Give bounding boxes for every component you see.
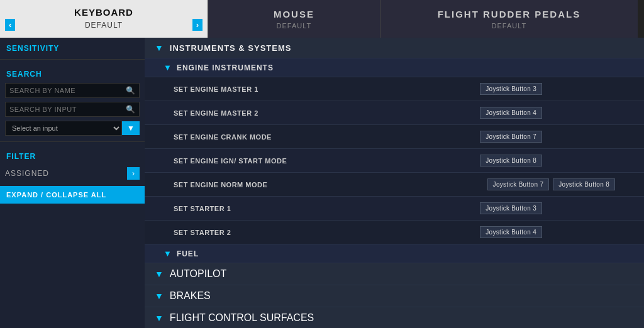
assigned-row: ASSIGNED › [5,167,140,180]
binding-buttons-engine-norm: Joystick Button 7 Joystick Button 8 [487,178,615,190]
tab-mouse[interactable]: MOUSE DEFAULT [208,0,380,38]
binding-name-engine-crank: SET ENGINE CRANK MODE [174,133,480,141]
mouse-tab-title: MOUSE [274,9,314,19]
subsection-engine-instruments[interactable]: ▼ ENGINE INSTRUMENTS [145,58,644,77]
binding-buttons-engine-crank: Joystick Button 7 [480,130,615,144]
divider-1 [0,59,145,60]
search-by-name-input-container: 🔍 [5,83,140,98]
engine-instruments-title: ENGINE INSTRUMENTS [177,63,274,72]
binding-name-engine-ign: SET ENGINE IGN/ START MODE [174,157,480,165]
search-by-input-input[interactable] [6,103,122,116]
engine-instruments-chevron: ▼ [164,63,172,72]
binding-secondary-empty-engine-master-1 [546,82,615,96]
binding-buttons-engine-master-1: Joystick Button 3 [480,82,615,96]
fcs-chevron: ▼ [155,313,164,323]
binding-primary-engine-master-2[interactable]: Joystick Button 4 [480,107,542,119]
autopilot-chevron: ▼ [155,269,164,279]
keyboard-tab-subtitle-row: ‹ DEFAULT › [0,18,208,31]
tab-extra [638,0,644,38]
section-autopilot[interactable]: ▼ AUTOPILOT [145,263,644,285]
search-by-input-input-container: 🔍 [5,102,140,117]
bindings-panel: ▼ INSTRUMENTS & SYSTEMS ▼ ENGINE INSTRUM… [145,38,644,328]
fcs-title: FLIGHT CONTROL SURFACES [170,312,314,324]
binding-name-starter-2: SET STARTER 2 [174,229,480,236]
section-instruments-systems[interactable]: ▼ INSTRUMENTS & SYSTEMS [145,38,644,58]
select-input-row: Select an input ▼ [5,121,140,136]
assigned-label: ASSIGNED [5,169,49,178]
binding-primary-engine-master-1[interactable]: Joystick Button 3 [480,83,542,95]
binding-buttons-engine-master-2: Joystick Button 4 [480,106,615,120]
binding-name-engine-norm: SET ENGINE NORM MODE [174,181,487,189]
search-label: SEARCH [0,63,145,81]
fuel-chevron: ▼ [164,249,172,258]
search-by-name-input[interactable] [6,84,122,97]
search-input-icon[interactable]: 🔍 [122,102,139,116]
tab-rudder[interactable]: FLIGHT RUDDER PEDALS DEFAULT [380,0,638,38]
search-name-icon[interactable]: 🔍 [122,84,139,97]
binding-row-starter-2: SET STARTER 2 Joystick Button 4 [145,221,644,244]
main-content: SENSITIVITY SEARCH 🔍 🔍 Select an input ▼… [0,38,644,328]
section-brakes[interactable]: ▼ BRAKES [145,285,644,307]
brakes-chevron: ▼ [155,291,164,301]
select-arrow-button[interactable]: ▼ [122,121,140,135]
binding-primary-engine-crank[interactable]: Joystick Button 7 [480,131,542,143]
fuel-title: FUEL [177,249,199,258]
instruments-systems-title: INSTRUMENTS & SYSTEMS [170,43,292,53]
rudder-tab-title: FLIGHT RUDDER PEDALS [438,9,581,19]
keyboard-tab-subtitle: DEFAULT [85,21,123,30]
binding-primary-starter-2[interactable]: Joystick Button 4 [480,226,542,238]
keyboard-tab-title: KEYBOARD [74,7,133,18]
binding-secondary-empty-engine-ign [546,154,615,168]
subsection-fuel[interactable]: ▼ FUEL [145,244,644,263]
instruments-systems-chevron: ▼ [155,43,164,53]
binding-buttons-engine-ign: Joystick Button 8 [480,154,615,168]
binding-primary-starter-1[interactable]: Joystick Button 3 [480,202,542,214]
autopilot-title: AUTOPILOT [170,268,226,280]
top-tabs-bar: KEYBOARD ‹ DEFAULT › MOUSE DEFAULT FLIGH… [0,0,644,38]
binding-row-engine-master-1: SET ENGINE MASTER 1 Joystick Button 3 [145,77,644,101]
binding-row-engine-crank: SET ENGINE CRANK MODE Joystick Button 7 [145,125,644,149]
binding-name-starter-1: SET STARTER 1 [174,205,480,212]
binding-primary-engine-norm[interactable]: Joystick Button 7 [487,178,550,190]
expand-collapse-button[interactable]: EXPAND / COLLAPSE ALL [0,186,145,204]
sidebar: SENSITIVITY SEARCH 🔍 🔍 Select an input ▼… [0,38,145,328]
binding-name-engine-master-1: SET ENGINE MASTER 1 [174,85,480,93]
divider-2 [0,141,145,142]
binding-row-engine-master-2: SET ENGINE MASTER 2 Joystick Button 4 [145,101,644,125]
rudder-tab-subtitle: DEFAULT [492,22,527,30]
filter-label: FILTER [0,146,145,165]
keyboard-next-button[interactable]: › [192,19,203,31]
keyboard-prev-button[interactable]: ‹ [5,19,15,31]
binding-name-engine-master-2: SET ENGINE MASTER 2 [174,109,480,117]
binding-secondary-engine-norm[interactable]: Joystick Button 8 [553,178,615,190]
binding-secondary-empty-starter-2 [546,226,615,239]
binding-row-engine-norm: SET ENGINE NORM MODE Joystick Button 7 J… [145,173,644,197]
binding-primary-engine-ign[interactable]: Joystick Button 8 [480,155,542,167]
brakes-title: BRAKES [170,290,211,302]
binding-row-engine-ign: SET ENGINE IGN/ START MODE Joystick Butt… [145,149,644,173]
select-input-dropdown[interactable]: Select an input [5,121,122,136]
section-flight-control-surfaces[interactable]: ▼ FLIGHT CONTROL SURFACES [145,307,644,328]
binding-row-starter-1: SET STARTER 1 Joystick Button 3 [145,197,644,221]
binding-secondary-empty-starter-1 [546,202,615,216]
assigned-arrow-button[interactable]: › [127,167,140,180]
tab-keyboard[interactable]: KEYBOARD ‹ DEFAULT › [0,0,208,38]
binding-buttons-starter-2: Joystick Button 4 [480,226,615,239]
binding-buttons-starter-1: Joystick Button 3 [480,202,615,216]
mouse-tab-subtitle: DEFAULT [277,22,312,30]
binding-secondary-empty-engine-master-2 [546,106,615,120]
sensitivity-label: SENSITIVITY [0,38,145,55]
binding-secondary-empty-engine-crank [546,130,615,144]
